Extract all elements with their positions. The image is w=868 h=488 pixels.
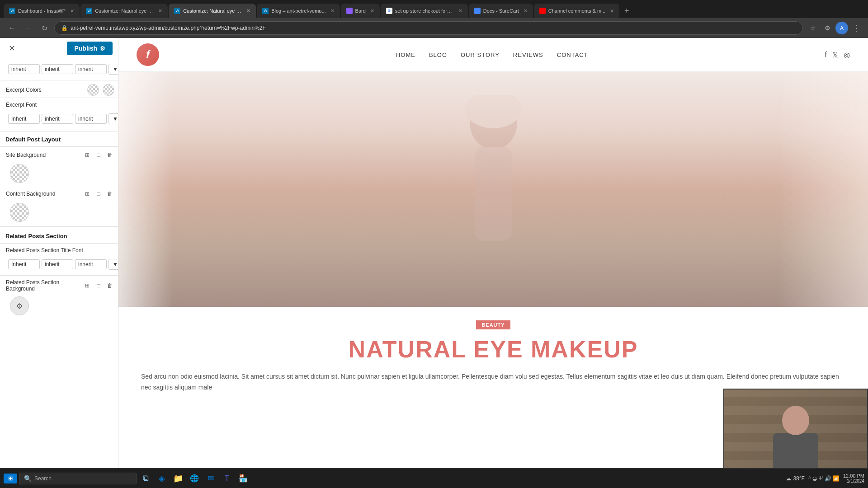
taskbar-chrome-icon[interactable]: 🌐 [187, 471, 202, 486]
back-button[interactable]: ← [5, 22, 18, 34]
publish-button[interactable]: Publish ⚙ [67, 42, 113, 55]
social-icons: f 𝕏 ◎ [825, 51, 850, 59]
tab-close-8[interactable]: ✕ [610, 8, 614, 14]
content-bg-icon-2[interactable]: □ [94, 189, 103, 198]
browser-window: W Dashboard - InstaWP ✕ W Customize: Nat… [0, 0, 868, 38]
taskbar-teams-icon[interactable]: T [220, 471, 234, 486]
content-background-swatch[interactable] [10, 203, 29, 222]
taskbar-explorer-icon[interactable]: 📁 [171, 471, 185, 486]
tab-favicon-2: W [86, 8, 92, 14]
tab-yt[interactable]: Channel comments & m... ✕ [534, 4, 620, 18]
font-input-2b[interactable] [42, 114, 73, 124]
search-magnifier-icon: 🔍 [24, 475, 32, 482]
related-posts-bg-swatch[interactable]: ⚙ [10, 296, 29, 315]
new-tab-button[interactable]: + [620, 5, 633, 17]
tab-store[interactable]: G set up store chekout form... ✕ [381, 4, 468, 18]
tab-title-7: Docs - SureCart [483, 8, 519, 14]
forward-button[interactable]: → [22, 22, 34, 34]
related-posts-bg-icon-2[interactable]: □ [94, 281, 103, 290]
tab-close-6[interactable]: ✕ [458, 8, 462, 14]
excerpt-colors-row: Excerpt Colors [0, 81, 118, 97]
tab-close-7[interactable]: ✕ [524, 8, 528, 14]
time-display: 12:00 PM [843, 473, 864, 479]
taskbar-outlook-icon[interactable]: ✉ [203, 471, 218, 486]
content-background-row: Content Background ⊞ □ 🗑 [0, 187, 118, 199]
tab-bard[interactable]: Bard ✕ [341, 4, 380, 18]
tab-title-8: Channel comments & m... [548, 8, 606, 14]
tab-blog[interactable]: W Blog – ant-petrel-vemu... ✕ [257, 4, 340, 18]
tab-customize-3[interactable]: W Customize: Natural eye m... ✕ [169, 4, 256, 18]
font-input-2c[interactable] [75, 114, 107, 124]
publish-gear-icon: ⚙ [100, 45, 105, 52]
font-input-1c[interactable] [75, 64, 107, 74]
site-bg-icon-2[interactable]: □ [94, 150, 103, 160]
tab-title-6: set up store chekout form... [395, 8, 454, 14]
temperature-text: 38°F [793, 475, 804, 482]
site-bg-icon-1[interactable]: ⊞ [83, 150, 92, 160]
customizer-panel: ✕ Publish ⚙ ▼ [0, 38, 118, 488]
excerpt-color-1[interactable] [87, 84, 99, 96]
font-input-3a[interactable] [8, 259, 40, 269]
taskbar-search[interactable]: 🔍 Search [19, 473, 137, 484]
font-row-top: ▼ [0, 59, 118, 79]
font-input-3b[interactable] [42, 259, 73, 269]
nav-blog[interactable]: BLOG [429, 52, 447, 58]
font-input-3c[interactable] [75, 259, 107, 269]
tab-close-1[interactable]: ✕ [70, 8, 74, 14]
reload-button[interactable]: ↻ [38, 22, 51, 34]
taskbar-edge-icon[interactable]: ◈ [155, 471, 169, 486]
font-row-2-container: ▼ [0, 109, 118, 129]
related-posts-bg-icon-3[interactable]: 🗑 [105, 281, 114, 290]
preview-area: f HOME BLOG OUR STORY REVIEWS CONTACT f … [118, 38, 868, 488]
nav-reviews[interactable]: REVIEWS [513, 52, 543, 58]
nav-our-story[interactable]: OUR STORY [461, 52, 500, 58]
tab-close-2[interactable]: ✕ [158, 8, 162, 14]
chrome-icon: 🌐 [190, 474, 199, 483]
weather-widget: ☁ 38°F [786, 475, 804, 482]
nav-home[interactable]: HOME [396, 52, 415, 58]
facebook-icon[interactable]: f [825, 51, 827, 59]
font-dropdown-3[interactable]: ▼ [108, 259, 118, 270]
tab-favicon-6: G [386, 8, 392, 14]
twitter-icon[interactable]: 𝕏 [832, 51, 838, 59]
font-dropdown-2[interactable]: ▼ [108, 113, 118, 124]
related-posts-title-font-row: Related Posts Section Title Font [0, 244, 118, 254]
excerpt-colors-label: Excerpt Colors [4, 87, 87, 93]
font-row-2: ▼ [4, 111, 114, 127]
tab-close-4[interactable]: ✕ [330, 8, 335, 14]
site-bg-icon-3[interactable]: 🗑 [105, 150, 114, 160]
instagram-icon[interactable]: ◎ [844, 51, 850, 59]
content-bg-icon-1[interactable]: ⊞ [83, 189, 92, 198]
taskbar-search-text: Search [34, 475, 52, 482]
taskbar-store-icon[interactable]: 🏪 [236, 471, 250, 486]
excerpt-color-2[interactable] [103, 84, 114, 96]
site-background-swatch[interactable] [10, 164, 29, 183]
font-dropdown-1[interactable]: ▼ [108, 64, 118, 75]
related-posts-bg-icon-1[interactable]: ⊞ [83, 281, 92, 290]
font-input-1b[interactable] [42, 64, 73, 74]
tab-favicon-7 [474, 8, 481, 14]
edge-icon: ◈ [159, 474, 165, 483]
tab-favicon-1: W [9, 8, 15, 14]
tab-dashboard[interactable]: W Dashboard - InstaWP ✕ [4, 4, 80, 18]
nav-contact[interactable]: CONTACT [557, 52, 588, 58]
start-button[interactable]: ⊞ [4, 474, 17, 483]
content-background-label: Content Background [4, 191, 83, 197]
taskbar-view-icon[interactable]: ⧉ [138, 471, 153, 486]
panel-scroll-area[interactable]: ▼ Excerpt Colors [0, 59, 118, 471]
bookmark-button[interactable]: ☆ [807, 22, 819, 34]
tab-customize-2[interactable]: W Customize: Natural eye m... ✕ [80, 4, 168, 18]
profile-button[interactable]: A [835, 22, 848, 34]
content-bg-icon-3[interactable]: 🗑 [105, 189, 114, 198]
menu-button[interactable]: ⋮ [850, 22, 863, 34]
taskbar-right-section: ☁ 38°F ^ ◒ Ψ 🔊 📶 12:00 PM 1/1/2024 [786, 473, 864, 483]
address-bar[interactable]: 🔒 ant-petrel-vemu.instawp.xyz/wp-admin/c… [54, 21, 803, 35]
tab-close-5[interactable]: ✕ [370, 8, 374, 14]
font-input-2a[interactable] [8, 114, 40, 124]
close-customizer-button[interactable]: ✕ [5, 42, 18, 55]
extensions-button[interactable]: ⚙ [821, 22, 834, 34]
taskbar: ⊞ 🔍 Search ⧉ ◈ 📁 🌐 ✉ T 🏪 ☁ 38°F ^ ◒ Ψ 🔊 … [0, 468, 868, 488]
tab-close-3[interactable]: ✕ [246, 8, 250, 14]
font-input-1a[interactable] [8, 64, 40, 74]
tab-docs[interactable]: Docs - SureCart ✕ [469, 4, 533, 18]
